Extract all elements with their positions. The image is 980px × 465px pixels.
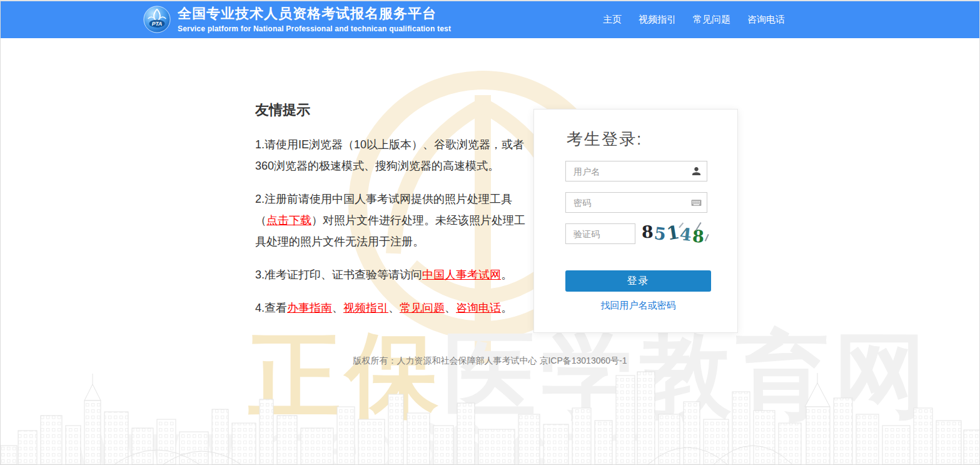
brand[interactable]: PTA 全国专业技术人员资格考试报名服务平台 Service platform … [143,5,451,34]
footer-copyright: 版权所有：人力资源和社会保障部人事考试中心 京ICP备13013060号-1 [1,355,979,367]
captcha-input[interactable] [565,223,635,244]
skyline-illustration [1,370,980,464]
site-subtitle: Service platform for National Profession… [178,24,451,33]
tip-item-3: 3.准考证打印、证书查验等请访问中国人事考试网。 [255,264,534,285]
login-button[interactable]: 登录 [565,270,711,292]
brand-text: 全国专业技术人员资格考试报名服务平台 Service platform for … [178,6,451,33]
tip-4-sep-1: 、 [332,302,343,314]
tip-4-sep-2: 、 [388,302,400,314]
tip-item-1: 1.请使用IE浏览器（10以上版本）、谷歌浏览器，或者360浏览器的极速模式、搜… [255,134,534,176]
watermark-url: www.med66.com [69,407,657,465]
video-guide-link[interactable]: 视频指引 [343,302,388,314]
captcha-noise [705,234,709,242]
header: PTA 全国专业技术人员资格考试报名服务平台 Service platform … [1,1,979,38]
password-field-wrap [565,192,707,213]
service-guide-link[interactable]: 办事指南 [287,302,332,314]
nav-home[interactable]: 主页 [603,14,622,26]
captcha-row: 85148 [565,223,737,246]
faq-link[interactable]: 常见问题 [400,302,445,314]
site-title: 全国专业技术人员资格考试报名服务平台 [178,6,451,22]
tip-4-end: 。 [501,302,512,314]
username-input[interactable] [565,161,707,181]
forgot-credentials-link[interactable]: 找回用户名或密码 [565,300,711,312]
login-panel: 考生登录: [533,109,738,333]
username-field-wrap [565,161,707,181]
header-nav: 主页 视频指引 常见问题 咨询电话 [603,1,785,38]
nav-video-guide[interactable]: 视频指引 [639,14,676,26]
tip-4-sep-3: 、 [445,302,456,314]
tips-heading: 友情提示 [255,101,534,120]
cpta-site-link[interactable]: 中国人事考试网 [422,268,501,281]
page: PTA 全国专业技术人员资格考试报名服务平台 Service platform … [0,0,980,465]
tip-item-4: 4.查看办事指南、视频指引、常见问题、咨询电话。 [255,297,534,319]
tip-4-text-a: 4.查看 [255,302,287,314]
phone-link[interactable]: 咨询电话 [456,302,501,314]
captcha-field-wrap [565,223,635,244]
tip-3-text-a: 3.准考证打印、证书查验等请访问 [255,268,422,281]
login-heading: 考生登录: [567,128,737,150]
nav-faq[interactable]: 常见问题 [693,14,730,26]
tip-1-text: 1.请使用IE浏览器（10以上版本）、谷歌浏览器，或者360浏览器的极速模式、搜… [255,138,524,172]
download-photo-tool-link[interactable]: 点击下载 [266,214,311,227]
password-input[interactable] [565,192,707,213]
tip-item-2: 2.注册前请使用中国人事考试网提供的照片处理工具（点击下载）对照片文件进行处理。… [255,188,534,252]
platform-logo-icon: PTA [143,5,171,34]
tip-3-text-b: 。 [501,268,512,281]
nav-phone[interactable]: 咨询电话 [747,14,785,26]
logo-badge-text: PTA [152,21,163,27]
captcha-image[interactable]: 85148 [642,221,712,246]
friendly-tips: 友情提示 1.请使用IE浏览器（10以上版本）、谷歌浏览器，或者360浏览器的极… [255,101,534,330]
